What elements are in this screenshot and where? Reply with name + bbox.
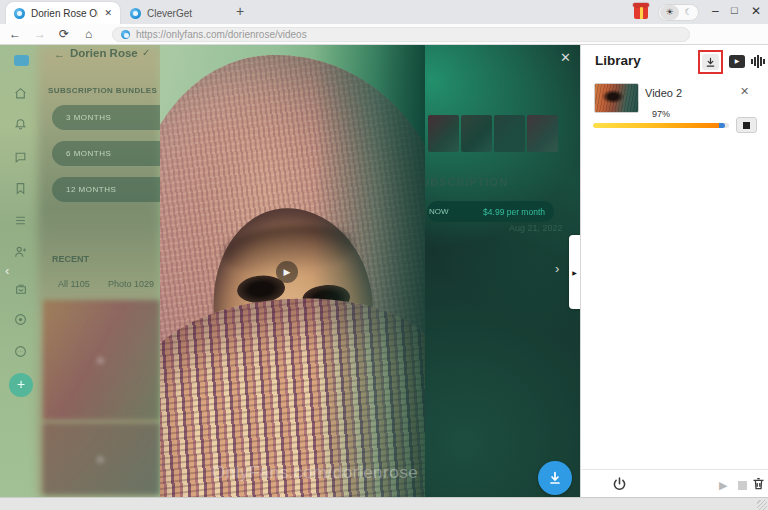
tab-close-icon[interactable]: ✕ [104, 9, 112, 18]
forward-button[interactable]: → [34, 27, 46, 42]
page-left-strip: ← Dorien Rose ✓ SUBSCRIPTION BUNDLES 3 M… [0, 45, 160, 497]
watermark-text: OnlyFans.com/dorienrose [212, 463, 418, 483]
onlyfans-favicon-icon [14, 8, 25, 19]
close-window-button[interactable]: ✕ [751, 4, 761, 18]
tab-bar: Dorien Rose OnlyFans ✕ CleverGet + ☀ ☾ –… [0, 0, 768, 24]
progress-bar [593, 123, 729, 128]
verified-badge-icon: ✓ [142, 47, 150, 58]
library-audio-tab[interactable] [751, 55, 765, 68]
home-button[interactable]: ⌂ [85, 27, 92, 42]
progress-percent: 97% [593, 109, 729, 119]
resize-grip[interactable] [757, 500, 767, 510]
panel-handle[interactable]: ▶ [569, 235, 580, 309]
trash-icon[interactable] [751, 476, 766, 491]
page-video-thumbnail [428, 115, 459, 152]
theme-toggle[interactable]: ☀ ☾ [658, 4, 699, 21]
stop-icon [743, 122, 750, 129]
date-text: Aug 21, 2022 [509, 223, 563, 233]
chevron-right-icon[interactable]: › [555, 261, 559, 276]
back-button[interactable]: ← [9, 27, 21, 42]
subscription-title: SUBSCRIPTION [425, 176, 508, 188]
stop-all-button[interactable] [738, 481, 747, 490]
list-icon [14, 214, 27, 227]
tab-title: Dorien Rose OnlyFans [31, 8, 98, 19]
navigation-bar: ← → ⟳ ⌂ https://onlyfans.com/dorienrose/… [0, 24, 768, 45]
recent-label: RECENT [52, 254, 89, 264]
cleverget-favicon-icon [130, 8, 141, 19]
progress-fill-blue [719, 123, 725, 128]
page-back-icon: ← [54, 48, 65, 60]
bundle-button-12months: 12 MONTHS [52, 177, 160, 202]
refresh-button[interactable]: ⟳ [59, 27, 69, 42]
filter-all: All 1105 [58, 279, 90, 289]
collections-icon [14, 283, 28, 296]
url-bar[interactable]: https://onlyfans.com/dorienrose/videos [112, 27, 690, 42]
app-window: Dorien Rose OnlyFans ✕ CleverGet + ☀ ☾ –… [0, 0, 768, 510]
power-icon[interactable] [611, 476, 628, 493]
item-close-icon[interactable]: ✕ [740, 85, 749, 98]
bookmark-icon [14, 182, 27, 195]
play-all-button[interactable]: ▶ [719, 479, 727, 492]
more-circle-icon [14, 345, 27, 358]
page-video-thumbnail [494, 115, 525, 152]
url-text: https://onlyfans.com/dorienrose/videos [136, 29, 307, 40]
page-grid-thumbnail: ▶ [43, 300, 160, 420]
subscribe-button: NOW $4.99 per month [427, 201, 554, 222]
tab-cleverget[interactable]: CleverGet [122, 2, 230, 24]
bundle-button-6months: 6 MONTHS [52, 141, 160, 166]
download-fab-button[interactable] [538, 461, 572, 495]
filter-photo: Photo 1029 [108, 279, 154, 289]
download-icon [547, 470, 563, 486]
new-tab-button[interactable]: + [236, 3, 244, 19]
home-icon [14, 87, 27, 100]
page-video-thumbnail [527, 115, 558, 152]
bell-icon [14, 117, 27, 130]
minimize-button[interactable]: – [712, 4, 719, 18]
panel-divider [581, 469, 768, 470]
onlyfans-logo [14, 55, 29, 66]
add-user-icon [14, 245, 28, 259]
library-title: Library [595, 53, 641, 68]
record-circle-icon [14, 313, 27, 326]
annotation-highlight-box [698, 50, 723, 74]
sun-icon[interactable]: ☀ [660, 5, 679, 20]
moon-icon[interactable]: ☾ [679, 5, 698, 20]
page-video-thumbnail [461, 115, 492, 152]
new-post-button: + [9, 373, 33, 397]
library-download-tab[interactable] [702, 54, 719, 70]
onlyfans-favicon-icon [121, 30, 130, 39]
stop-download-button[interactable] [736, 117, 757, 133]
bundles-title: SUBSCRIPTION BUNDLES [48, 86, 157, 95]
page-grid-thumbnail: ▶ [43, 423, 160, 495]
progress-fill [593, 123, 725, 128]
status-strip [0, 497, 768, 510]
video-play-button[interactable]: ▶ [276, 261, 298, 283]
chat-icon [14, 151, 27, 164]
download-icon [705, 57, 716, 68]
tab-title: CleverGet [147, 8, 222, 19]
progress-fill-orange [593, 123, 719, 128]
download-item-name: Video 2 [645, 87, 682, 99]
bundle-button-3months: 3 MONTHS [52, 105, 160, 130]
chevron-left-icon: ‹ [5, 263, 9, 278]
web-content: ← Dorien Rose ✓ SUBSCRIPTION BUNDLES 3 M… [0, 45, 580, 497]
overlay-close-icon[interactable]: ✕ [560, 50, 571, 65]
teal-shadow-art [314, 45, 425, 497]
library-panel: Library ▶ Video 2 ✕ 97% ▶ [580, 45, 768, 497]
gift-icon[interactable] [634, 6, 648, 19]
maximize-button[interactable]: □ [731, 4, 738, 16]
video-icon: ▶ [735, 58, 740, 64]
tab-onlyfans[interactable]: Dorien Rose OnlyFans ✕ [6, 2, 120, 24]
creator-name: Dorien Rose [70, 47, 138, 59]
library-video-tab[interactable]: ▶ [729, 55, 745, 68]
